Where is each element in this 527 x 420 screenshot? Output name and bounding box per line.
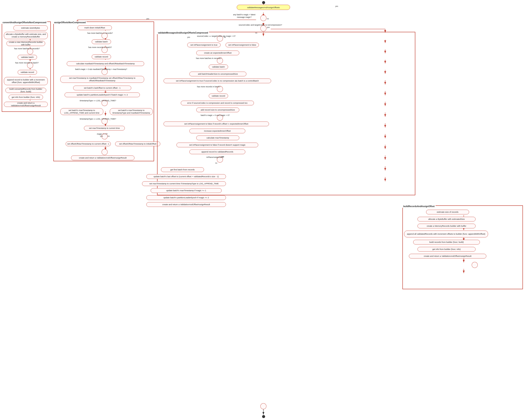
node-label: timestampType == LOG_APPEND_TIME? bbox=[80, 100, 116, 102]
label-sourceCodecTargetCodec: sourceCodec and targetCodec is noCompres… bbox=[228, 23, 293, 27]
node-addBatchHeaderSize: add batchHeaderSize to uncompressedSize bbox=[189, 72, 246, 76]
node-label: any batch's magic > latest message magic… bbox=[229, 13, 259, 19]
node-label: create and return a ValidationAndOffsetA… bbox=[162, 203, 210, 206]
node-label: append record to builder with a incremen… bbox=[5, 78, 46, 84]
node-label: append record to validatedRecords bbox=[201, 151, 233, 153]
node-label: update batch's partitionLeaderEpoch if b… bbox=[77, 94, 128, 96]
node-validateMessagesAndAssignOffsets: validateMessagesAndAssignOffsets bbox=[237, 5, 290, 10]
node-allocateByteBuffer: allocate a ByteBuffer with estimate size… bbox=[4, 32, 48, 39]
end-circle bbox=[262, 415, 265, 418]
label-hasMoreBatches2: has more batches in records? bbox=[82, 32, 118, 35]
node-label: batch.magic > 0 && maxBatchTimestamp > m… bbox=[75, 68, 127, 71]
node-calculateMaxBatchTimestamp: calculate maxBatchTimestamp and offsetOf… bbox=[67, 61, 144, 66]
node-label: get info from builder (func: info) bbox=[432, 248, 461, 250]
node-setMaxTimestampCurrentTime: set maxTimestamp to current time bbox=[84, 126, 125, 130]
node-label: has more records in batch? bbox=[15, 62, 39, 64]
node-label: set offsetOfMaxTimestamp to current offs… bbox=[67, 143, 109, 145]
node-label: validate record bbox=[95, 55, 108, 58]
node-label: build convertedRecords from builder (fun… bbox=[7, 88, 45, 93]
node-createReturnValidation2: create and return a ValidationAndOffsetA… bbox=[71, 155, 134, 160]
start-circle bbox=[262, 1, 265, 4]
label-buildRecords: buildRecordsAndAssignOffset bbox=[402, 205, 436, 208]
container-title: validateMessagesAndAssignOffsetsCompress… bbox=[158, 32, 208, 34]
node-getInfoFromBuilder1: get info from builder (func: info) bbox=[9, 95, 43, 100]
label-yes2: yes bbox=[187, 36, 190, 38]
label-anyBatchMagic: any batch's magic > latest message magic… bbox=[228, 13, 260, 19]
label-yes-left: yes bbox=[146, 18, 149, 20]
node-label: update batch's maxTimestamp if magic >= … bbox=[166, 189, 206, 192]
node-label: sourceCodec and targetCodec is noCompres… bbox=[239, 24, 282, 26]
label-timestampType2: timestampType == LOG_APPEND_TIME? bbox=[73, 117, 123, 121]
node-appendRecord1: append record to builder with a incremen… bbox=[4, 77, 48, 85]
node-label: create a MemoryRecords builder with buff… bbox=[427, 225, 466, 227]
container-title: assignOffsetsNonCompressed bbox=[54, 21, 86, 24]
node-label: build records from builder (func: build) bbox=[429, 241, 463, 243]
node-setInPlaceFalseNoMagic: set inPlaceAssignment to false if record… bbox=[176, 143, 258, 147]
node-label: set batch's lastOffset to current offset… bbox=[84, 87, 121, 89]
node-addRecordSize: add record size to uncompressedSize bbox=[196, 108, 239, 112]
node-label: allocate a ByteBuffer with estimatedSize bbox=[428, 218, 465, 220]
node-validateBatch3: validate batch bbox=[209, 65, 228, 69]
label-no-magic: no bbox=[108, 135, 110, 137]
label-no-right: no bbox=[267, 18, 269, 20]
node-validateRecord2: validate record bbox=[92, 54, 111, 59]
label-batchMagic: batch.magic > 0 && maxBatchTimestamp > m… bbox=[67, 67, 136, 71]
node-label: set inPlaceAssignment to true bbox=[190, 44, 218, 46]
node-label: error if sourceCodec is compression and … bbox=[187, 102, 247, 104]
node-setOffsetOfMaxTimestamp1: set offsetOfMaxTimestamp to current offs… bbox=[66, 141, 111, 146]
label-inPlaceAssignment: inPlaceAssignment? bbox=[198, 155, 232, 159]
label-assignOffsets: assignOffsetsNonCompressed bbox=[53, 21, 87, 24]
node-label: set inPlaceAssignment to false if record… bbox=[184, 123, 248, 125]
node-buildConvertedRecords: build convertedRecords from builder (fun… bbox=[5, 88, 46, 93]
node-label: mark down initialOffset bbox=[84, 26, 105, 29]
node-label: get first batch from records bbox=[170, 168, 195, 171]
node-validateRecord3: validate record bbox=[209, 94, 228, 98]
node-label: has more batches in records? bbox=[87, 32, 113, 35]
node-estimateSizeOfRecords: estimate size of records bbox=[426, 210, 469, 215]
node-setInPlaceFalseRecord: set inPlaceAssignment to false if record… bbox=[164, 121, 269, 126]
node-label: calculate maxBatchTimestamp and offsetOf… bbox=[76, 62, 135, 65]
container-title: convertAndAssignOffsetsNonCompressed bbox=[3, 21, 46, 24]
node-getInfoFromBuilder2: get info from builder (func: info) bbox=[417, 247, 476, 252]
label-yes-sourcecodec: yes bbox=[267, 26, 270, 28]
node-errorIfSourceCodec: error if sourceCodec is compression and … bbox=[181, 101, 254, 105]
node-createReturnValidation4: create and return a ValidationAndOffsetA… bbox=[409, 254, 486, 258]
node-label: set maxTimestamp to current time bbox=[89, 127, 120, 129]
label-hasMoreRecords3: has more records in batch? bbox=[189, 85, 228, 89]
node-estimateSizeInBytes: estimate sizeInBytes bbox=[13, 25, 48, 31]
node-label: create and return a ValidationAndOffsetA… bbox=[5, 102, 46, 107]
label-hasMoreRecords2: has more records in batch? bbox=[82, 46, 118, 49]
node-label: set inPlaceAssignment to true if sourceC… bbox=[176, 80, 259, 82]
label-yes1: yes bbox=[335, 5, 338, 7]
node-label: has more batches in records? bbox=[14, 48, 40, 50]
node-setBatchLastOffset: set batch's lastOffset to current offset… bbox=[73, 86, 131, 90]
diamond-anyBatchMagic bbox=[259, 14, 268, 22]
label-validateCompressed: validateMessagesAndAssignOffsetsCompress… bbox=[157, 32, 209, 34]
node-validateRecord1: validate record bbox=[18, 70, 37, 75]
label-convertAndAssign: convertAndAssignOffsetsNonCompressed bbox=[2, 21, 47, 24]
node-setInPlaceIfSourceCodec: set inPlaceAssignment to true if sourceC… bbox=[164, 78, 271, 83]
node-label: validate batch bbox=[212, 65, 225, 68]
node-label: set inPlaceAssignment to false if record… bbox=[189, 144, 245, 146]
node-updateBatchLastOffset: update batch's last offset to (current o… bbox=[146, 174, 226, 179]
node-label: has more batches in records? bbox=[196, 57, 222, 60]
node-label: get info from builder (func: info) bbox=[12, 96, 40, 98]
diagram-container: validateMessagesAndAssignOffsets any bat… bbox=[0, 0, 527, 420]
node-label: update batch's partitionLeaderEpoch if m… bbox=[163, 196, 209, 199]
node-updateBatchPartitionLeaderEpoch2: update batch's partitionLeaderEpoch if m… bbox=[146, 195, 226, 200]
label-no1: no bbox=[224, 36, 226, 38]
label-hasMoreRecords1: has more records in batch? bbox=[9, 61, 45, 65]
node-label: set maxTimestamp to current time if time… bbox=[149, 182, 219, 185]
node-setMaxTimestampIfLogAppend: set maxTimestamp to current time if time… bbox=[142, 181, 226, 186]
node-label: set maxTimestamp to maxBatchTimestamp se… bbox=[62, 77, 143, 82]
node-validateBatch1: validate batch bbox=[18, 55, 37, 60]
node-label: create an expectedInnerOffset bbox=[204, 52, 231, 54]
node-label: estimate sizeInBytes bbox=[21, 27, 40, 29]
node-allocateByteBufferEstimated: allocate a ByteBuffer with estimatedSize bbox=[417, 217, 476, 222]
label-yes-magic: yes bbox=[100, 135, 103, 137]
node-label: create a new MemoryRecords builder with … bbox=[8, 41, 44, 46]
node-label: batch's magic = 0 and magic > 0? bbox=[201, 114, 230, 117]
label-hasMoreBatches1: has more batches in records? bbox=[9, 47, 45, 51]
node-label: validate record bbox=[21, 71, 34, 74]
node-updateBatchMaxTimestamp: update batch's maxTimestamp if magic >= … bbox=[151, 188, 222, 193]
